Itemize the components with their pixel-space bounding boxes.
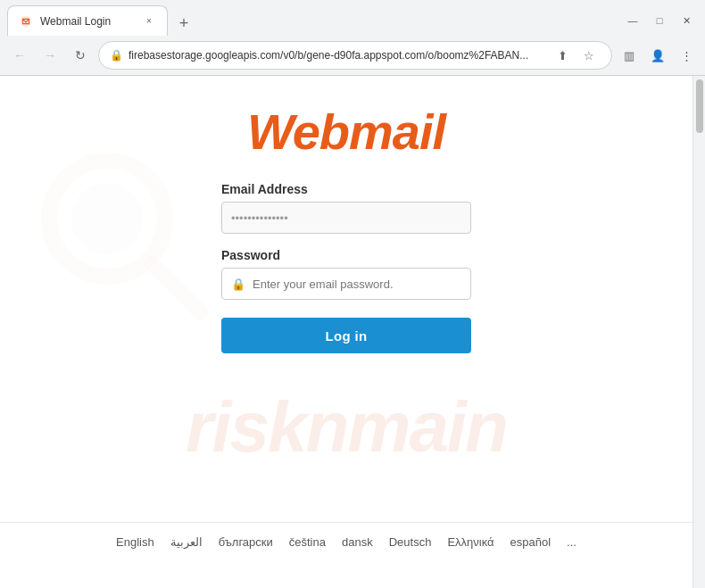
- browser-content-wrap: risknmain Webmail Email Address Password…: [0, 76, 705, 588]
- email-input[interactable]: [221, 202, 471, 234]
- scrollbar-track[interactable]: [693, 76, 705, 588]
- address-action-buttons: ⬆ ☆: [551, 44, 601, 67]
- forward-button[interactable]: →: [37, 43, 62, 68]
- maximize-button[interactable]: □: [648, 12, 671, 29]
- tab-favicon: [19, 14, 33, 29]
- lang-spanish[interactable]: español: [510, 535, 552, 549]
- scrollbar-thumb[interactable]: [696, 79, 703, 133]
- lang-german[interactable]: Deutsch: [389, 535, 432, 549]
- login-container: Webmail Email Address Password 🔒 Log in: [123, 103, 569, 353]
- title-bar: Webmail Login × + — □ ✕: [0, 0, 705, 36]
- login-page: risknmain Webmail Email Address Password…: [0, 76, 693, 522]
- lang-arabic[interactable]: العربية: [170, 535, 203, 549]
- profile-button[interactable]: 👤: [646, 44, 669, 67]
- window-controls: — □ ✕: [621, 12, 698, 29]
- browser-menu-button[interactable]: ⋮: [675, 44, 698, 67]
- email-form-group: Email Address: [221, 182, 471, 234]
- lang-danish[interactable]: dansk: [342, 535, 373, 549]
- share-button[interactable]: ⬆: [551, 44, 574, 67]
- address-bar[interactable]: 🔒 firebasestorage.googleapis.com/v0/b/ge…: [98, 41, 612, 70]
- email-label: Email Address: [221, 182, 471, 196]
- tab-bar: Webmail Login × +: [7, 5, 621, 36]
- tab-title: Webmail Login: [40, 15, 135, 28]
- password-input-wrap[interactable]: 🔒: [221, 268, 471, 300]
- reload-button[interactable]: ↻: [68, 43, 93, 68]
- password-lock-icon: 🔒: [231, 277, 245, 291]
- logo: Webmail: [247, 103, 445, 161]
- lang-bulgarian[interactable]: български: [219, 535, 273, 549]
- address-bar-row: ← → ↻ 🔒 firebasestorage.googleapis.com/v…: [0, 36, 705, 75]
- language-bar: English العربية български čeština dansk …: [0, 522, 693, 561]
- lock-icon: 🔒: [110, 49, 123, 62]
- lang-more[interactable]: ...: [567, 535, 576, 549]
- lang-greek[interactable]: Ελληνικά: [447, 535, 494, 549]
- url-text: firebasestorage.googleapis.com/v0/b/gene…: [129, 49, 545, 62]
- lang-czech[interactable]: čeština: [289, 535, 326, 549]
- login-button[interactable]: Log in: [221, 318, 471, 353]
- lang-english[interactable]: English: [116, 535, 154, 549]
- password-form-group: Password 🔒: [221, 248, 471, 300]
- browser-frame: Webmail Login × + — □ ✕ ←: [0, 0, 705, 76]
- close-button[interactable]: ✕: [675, 12, 698, 29]
- new-tab-button[interactable]: +: [171, 11, 196, 36]
- watermark-text: risknmain: [186, 386, 507, 468]
- password-input[interactable]: [253, 277, 461, 291]
- sidebar-button[interactable]: ▥: [618, 44, 641, 67]
- back-button[interactable]: ←: [7, 43, 32, 68]
- tab-close-button[interactable]: ×: [142, 14, 156, 29]
- password-label: Password: [221, 248, 471, 262]
- browser-content: risknmain Webmail Email Address Password…: [0, 76, 693, 588]
- bookmark-button[interactable]: ☆: [577, 44, 601, 67]
- active-tab[interactable]: Webmail Login ×: [7, 5, 168, 36]
- minimize-button[interactable]: —: [621, 12, 644, 29]
